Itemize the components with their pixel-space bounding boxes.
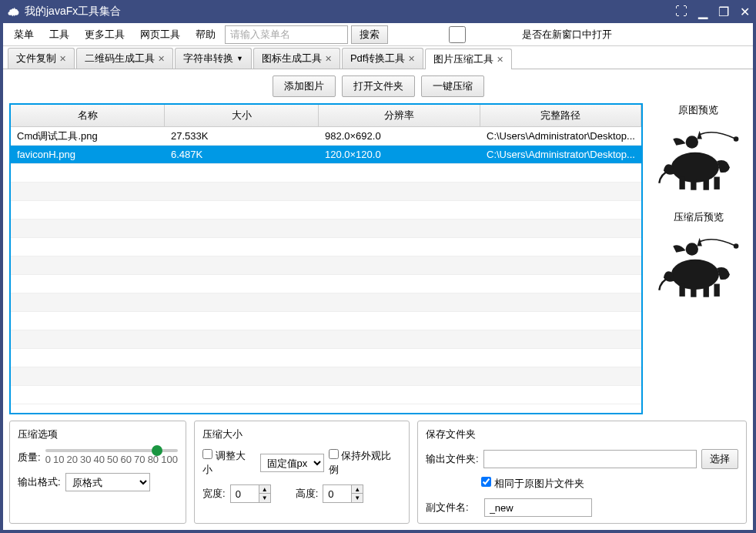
tab-image-compress[interactable]: 图片压缩工具✕ <box>425 49 512 69</box>
svg-point-13 <box>734 243 739 249</box>
add-image-button[interactable]: 添加图片 <box>273 75 336 97</box>
compress-size-panel: 压缩大小 调整大小 固定值px 保持外观比例 宽度: ▲▼ 高度: ▲▼ <box>194 421 410 524</box>
col-header-resolution[interactable]: 分辨率 <box>319 105 480 126</box>
col-header-path[interactable]: 完整路径 <box>480 105 641 126</box>
compress-all-button[interactable]: 一键压缩 <box>421 75 484 97</box>
table-row <box>11 293 641 312</box>
table-row[interactable]: Cmd调试工具.png 27.533K 982.0×692.0 C:\Users… <box>11 127 641 146</box>
svg-rect-9 <box>691 286 697 297</box>
table-header: 名称 大小 分辨率 完整路径 <box>11 105 641 127</box>
output-folder-label: 输出文件夹: <box>426 452 479 466</box>
tab-file-copy[interactable]: 文件复制✕ <box>8 48 75 69</box>
tab-qrcode[interactable]: 二维码生成工具✕ <box>76 48 173 69</box>
open-folder-button[interactable]: 打开文件夹 <box>342 75 415 97</box>
save-folder-panel: 保存文件夹 输出文件夹: 选择 相同于原图片文件夹 副文件名: <box>417 421 747 524</box>
original-preview-image <box>652 123 744 193</box>
table-row <box>11 201 641 220</box>
svg-rect-3 <box>704 179 709 190</box>
keep-ratio-label[interactable]: 保持外观比例 <box>329 449 401 477</box>
menu-item[interactable]: 网页工具 <box>134 25 186 45</box>
table-row[interactable]: faviconH.png 6.487K 120.0×120.0 C:\Users… <box>11 146 641 164</box>
spinner-down-icon[interactable]: ▼ <box>259 494 270 502</box>
new-window-checkbox-label[interactable]: 是否在新窗口中打开 <box>396 26 612 43</box>
quality-slider[interactable]: 01020304050607080100 <box>45 449 178 465</box>
table-row <box>11 312 641 330</box>
tab-string-convert[interactable]: 字符串转换▼ <box>175 48 252 69</box>
svg-rect-4 <box>714 177 720 189</box>
svg-rect-11 <box>714 284 720 297</box>
compress-options-panel: 压缩选项 质量: 01020304050607080100 输出格式: 原格式 <box>9 421 186 524</box>
tabbar: 文件复制✕ 二维码生成工具✕ 字符串转换▼ 图标生成工具✕ Pdf转换工具✕ 图… <box>3 46 753 69</box>
panel-title: 压缩选项 <box>18 427 178 441</box>
table-row <box>11 238 641 256</box>
resize-checkbox[interactable] <box>202 449 212 459</box>
svg-rect-10 <box>704 286 709 297</box>
col-header-size[interactable]: 大小 <box>165 105 319 126</box>
toolbar: 添加图片 打开文件夹 一键压缩 <box>3 69 753 103</box>
minimize-icon[interactable]: ▁ <box>698 5 707 19</box>
svg-point-5 <box>686 136 698 148</box>
table-row <box>11 349 641 367</box>
close-icon[interactable]: ✕ <box>740 5 750 19</box>
table-row <box>11 386 641 404</box>
menu-item[interactable]: 菜单 <box>8 25 40 45</box>
original-preview-label: 原图预览 <box>651 103 747 117</box>
height-label: 高度: <box>296 487 319 501</box>
quality-label: 质量: <box>18 451 41 464</box>
resize-mode-select[interactable]: 固定值px <box>260 454 324 472</box>
keep-ratio-checkbox[interactable] <box>329 449 339 459</box>
menu-item[interactable]: 帮助 <box>189 25 222 45</box>
output-format-label: 输出格式: <box>18 475 61 489</box>
compressed-preview-image <box>652 230 744 300</box>
width-spinner[interactable]: ▲▼ <box>230 484 271 503</box>
chevron-down-icon: ▼ <box>236 55 243 62</box>
same-as-source-checkbox[interactable] <box>481 477 491 487</box>
tab-close-icon[interactable]: ✕ <box>325 54 332 64</box>
resize-checkbox-label[interactable]: 调整大小 <box>202 449 256 477</box>
svg-point-6 <box>734 136 739 142</box>
col-header-name[interactable]: 名称 <box>11 105 165 126</box>
width-label: 宽度: <box>202 487 226 501</box>
tab-close-icon[interactable]: ✕ <box>408 54 415 64</box>
tab-close-icon[interactable]: ✕ <box>59 54 66 64</box>
svg-point-0 <box>671 153 719 183</box>
maximize-full-icon[interactable]: ⛶ <box>675 5 687 18</box>
table-row <box>11 275 641 293</box>
app-icon <box>6 5 20 18</box>
restore-icon[interactable]: ❐ <box>718 5 729 19</box>
table-row <box>11 183 641 201</box>
table-row <box>11 164 641 183</box>
menu-item[interactable]: 工具 <box>43 25 75 45</box>
output-folder-input[interactable] <box>483 450 697 468</box>
table-row <box>11 330 641 349</box>
output-format-select[interactable]: 原格式 <box>65 473 150 491</box>
suffix-input[interactable] <box>484 498 592 517</box>
svg-rect-8 <box>680 284 685 297</box>
suffix-label: 副文件名: <box>426 501 469 515</box>
tab-close-icon[interactable]: ✕ <box>158 54 165 64</box>
spinner-up-icon[interactable]: ▲ <box>352 485 363 494</box>
height-spinner[interactable]: ▲▼ <box>323 484 363 503</box>
panel-title: 压缩大小 <box>202 427 401 441</box>
spinner-up-icon[interactable]: ▲ <box>259 485 270 494</box>
tab-close-icon[interactable]: ✕ <box>497 55 503 65</box>
table-row <box>11 367 641 386</box>
panel-title: 保存文件夹 <box>426 427 738 441</box>
search-button[interactable]: 搜索 <box>351 25 388 44</box>
menu-item[interactable]: 更多工具 <box>79 25 131 45</box>
svg-point-7 <box>671 260 719 290</box>
svg-rect-2 <box>691 179 697 190</box>
spinner-down-icon[interactable]: ▼ <box>352 494 363 502</box>
tab-pdf-convert[interactable]: Pdf转换工具✕ <box>342 48 424 69</box>
preview-sidebar: 原图预览 压缩后预览 <box>651 103 747 414</box>
menubar: 菜单 工具 更多工具 网页工具 帮助 搜索 是否在新窗口中打开 <box>3 23 753 46</box>
menu-search-input[interactable] <box>225 25 348 44</box>
tab-icon-gen[interactable]: 图标生成工具✕ <box>253 48 340 69</box>
new-window-checkbox[interactable] <box>396 26 519 43</box>
table-row <box>11 220 641 238</box>
same-as-source-label[interactable]: 相同于原图片文件夹 <box>481 477 584 491</box>
window-title: 我的javaFx工具集合 <box>25 5 675 18</box>
compressed-preview-label: 压缩后预览 <box>651 210 747 224</box>
select-folder-button[interactable]: 选择 <box>701 449 738 469</box>
slider-thumb[interactable] <box>152 445 162 456</box>
